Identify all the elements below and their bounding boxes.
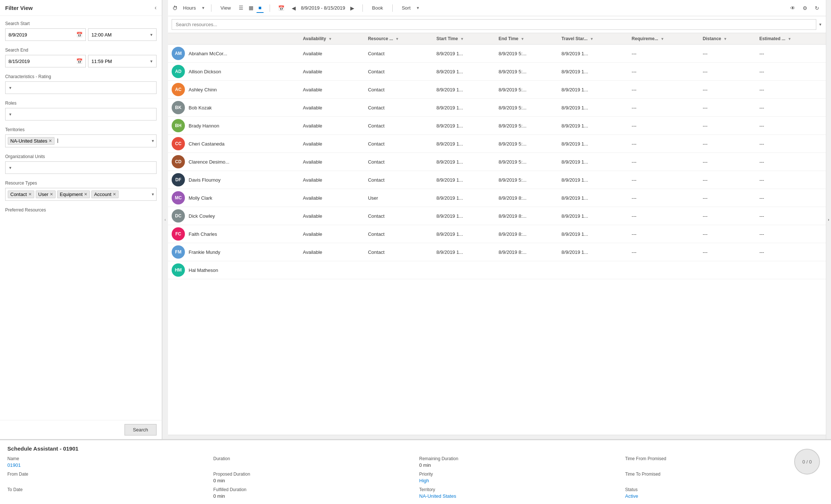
table-row[interactable]: FM Frankie Mundy Available Contact 8/9/2…	[168, 243, 826, 261]
territory-value[interactable]: NA-United States	[419, 493, 618, 499]
cell-requirements-0: ---	[628, 45, 699, 63]
filter-toggle-icon[interactable]: ‹	[155, 4, 157, 11]
characteristics-arrow[interactable]: ▼	[8, 86, 12, 90]
refresh-icon[interactable]: ↻	[813, 4, 821, 12]
settings-icon[interactable]: ⚙	[800, 4, 810, 12]
cell-distance-8: ---	[699, 189, 756, 207]
org-units-arrow[interactable]: ▼	[8, 166, 12, 170]
cell-estimated-6: ---	[755, 153, 826, 171]
info-name: Name 01901	[7, 456, 206, 468]
hours-dropdown-arrow[interactable]: ▼	[201, 6, 205, 10]
cell-start-time-0: 8/9/2019 1...	[433, 45, 495, 63]
table-row[interactable]: BH Brady Hannon Available Contact 8/9/20…	[168, 117, 826, 135]
top-section: Filter View ‹ Search Start 8/9/2019 📅 12…	[0, 0, 831, 440]
sort-button[interactable]: Sort	[399, 3, 414, 13]
cell-end-time-5: 8/9/2019 5:...	[495, 135, 558, 153]
calendar-icon-start[interactable]: 📅	[76, 32, 83, 38]
sep3	[362, 4, 363, 12]
chart-view-icon[interactable]: ▦	[246, 3, 256, 13]
table-row[interactable]: AC Ashley Chinn Available Contact 8/9/20…	[168, 81, 826, 99]
name-value[interactable]: 01901	[7, 462, 206, 468]
cal-icon-toolbar[interactable]: 📅	[276, 4, 287, 12]
calendar-icon-end[interactable]: 📅	[76, 58, 83, 64]
filter-title: Filter View	[5, 5, 33, 11]
prev-date-button[interactable]: ◀	[290, 4, 298, 12]
search-dropdown-arrow[interactable]: ▼	[818, 22, 822, 27]
rt-account-label: Account	[94, 192, 111, 197]
resource-types-arrow[interactable]: ▼	[151, 192, 155, 196]
table-row[interactable]: BK Bob Kozak Available Contact 8/9/2019 …	[168, 99, 826, 117]
col-header-availability[interactable]: Availability ▼	[299, 33, 364, 45]
search-start-time[interactable]: 12:00 AM ▼	[88, 28, 157, 41]
roles-input[interactable]: ▼	[5, 108, 157, 120]
duration-label: Duration	[213, 456, 412, 461]
right-panel-handle[interactable]: ›	[826, 0, 831, 439]
horizontal-scrollbar[interactable]	[168, 435, 826, 439]
table-row[interactable]: CC Cheri Castaneda Available Contact 8/9…	[168, 135, 826, 153]
rt-equipment-close[interactable]: ✕	[84, 192, 87, 197]
view-button[interactable]: View	[217, 3, 234, 13]
org-units-input[interactable]: ▼	[5, 161, 157, 174]
to-date-label: To Date	[7, 487, 206, 492]
rt-user-close[interactable]: ✕	[50, 192, 53, 197]
cell-end-time-4: 8/9/2019 5:...	[495, 117, 558, 135]
filter-panel-handle[interactable]: ‹	[162, 0, 168, 439]
book-button[interactable]: Book	[369, 3, 386, 13]
priority-label: Priority	[419, 472, 618, 477]
territories-input[interactable]: NA-United States ✕ I ▼	[5, 134, 157, 147]
cell-resource-type-8: User	[364, 189, 433, 207]
table-row[interactable]: FC Faith Charles Available Contact 8/9/2…	[168, 225, 826, 243]
col-header-requirements[interactable]: Requireme... ▼	[628, 33, 699, 45]
search-end-label: Search End	[5, 48, 157, 53]
filter-footer: Search	[0, 420, 162, 439]
table-row[interactable]: DF Davis Flournoy Available Contact 8/9/…	[168, 171, 826, 189]
next-date-button[interactable]: ▶	[348, 4, 357, 12]
col-header-estimated[interactable]: Estimated ... ▼	[755, 33, 826, 45]
cell-travel-start-12	[558, 261, 628, 279]
table-row[interactable]: CD Clarence Desimo... Available Contact …	[168, 153, 826, 171]
resource-types-input[interactable]: Contact ✕ User ✕ Equipment ✕ Account	[5, 188, 157, 201]
cell-resource-type-4: Contact	[364, 117, 433, 135]
avatar-6: CD	[172, 155, 185, 168]
col-header-end-time[interactable]: End Time ▼	[495, 33, 558, 45]
list-view-icon[interactable]: ☰	[236, 3, 246, 13]
cell-resource-type-3: Contact	[364, 99, 433, 117]
status-value[interactable]: Active	[625, 493, 824, 499]
priority-value[interactable]: High	[419, 478, 618, 483]
table-row[interactable]: DC Dick Cowley Available Contact 8/9/201…	[168, 207, 826, 225]
rt-account-close[interactable]: ✕	[113, 192, 116, 197]
grid-view-icon[interactable]: ■	[256, 3, 264, 13]
col-header-distance[interactable]: Distance ▼	[699, 33, 756, 45]
table-row[interactable]: MC Molly Clark Available User 8/9/2019 1…	[168, 189, 826, 207]
sort-dropdown-arrow[interactable]: ▼	[416, 6, 420, 10]
start-sort-icon: ▼	[460, 37, 464, 41]
eye-icon[interactable]: 👁	[788, 4, 797, 12]
territories-arrow[interactable]: ▼	[151, 139, 155, 143]
time-dropdown-end[interactable]: ▼	[150, 59, 153, 63]
col-header-resource-type[interactable]: Resource ... ▼	[364, 33, 433, 45]
table-row[interactable]: AD Allison Dickson Available Contact 8/9…	[168, 63, 826, 81]
col-header-name[interactable]	[168, 33, 299, 45]
table-row[interactable]: HM Hal Matheson	[168, 261, 826, 279]
table-row[interactable]: AM Abraham McCor... Available Contact 8/…	[168, 45, 826, 63]
hours-button[interactable]: Hours	[180, 3, 199, 13]
fulfilled-duration-label: Fulfilled Duration	[213, 487, 412, 492]
search-end-date[interactable]: 8/15/2019 📅	[5, 55, 86, 67]
resource-name-11: Frankie Mundy	[189, 249, 220, 255]
col-header-travel-start[interactable]: Travel Star... ▼	[558, 33, 628, 45]
search-start-date[interactable]: 8/9/2019 📅	[5, 28, 86, 41]
cell-start-time-11: 8/9/2019 1...	[433, 243, 495, 261]
search-resources-input[interactable]	[172, 19, 816, 30]
search-end-time[interactable]: 11:59 PM ▼	[88, 55, 157, 67]
cell-requirements-2: ---	[628, 81, 699, 99]
roles-arrow[interactable]: ▼	[8, 112, 12, 116]
col-header-start-time[interactable]: Start Time ▼	[433, 33, 495, 45]
view-group: View ☰ ▦ ■	[217, 3, 264, 13]
territory-tag-close[interactable]: ✕	[49, 139, 52, 143]
search-button[interactable]: Search	[125, 424, 157, 435]
cell-requirements-9: ---	[628, 207, 699, 225]
search-end-time-value: 11:59 PM	[91, 59, 112, 64]
characteristics-input[interactable]: ▼	[5, 81, 157, 94]
time-dropdown-start[interactable]: ▼	[150, 33, 153, 37]
rt-contact-close[interactable]: ✕	[28, 192, 32, 197]
